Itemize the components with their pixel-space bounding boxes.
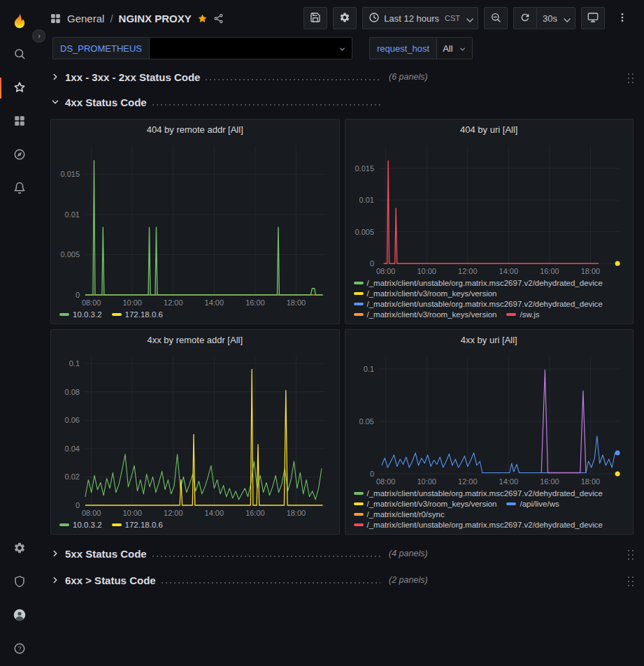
dashboard-row-5xx[interactable]: 5xx Status Code (4 panels) xyxy=(50,544,634,563)
panel-title[interactable]: 404 by remote addr [All] xyxy=(51,120,339,139)
refresh-icon xyxy=(520,12,531,25)
legend-item[interactable]: /_matrix/client/unstable/org.matrix.msc2… xyxy=(354,279,603,287)
svg-text:16:00: 16:00 xyxy=(245,298,265,307)
sidebar-item-explore[interactable] xyxy=(0,138,38,172)
legend-series-mark xyxy=(59,313,69,316)
svg-text:0.005: 0.005 xyxy=(355,228,374,236)
legend-series-mark xyxy=(354,303,364,305)
tv-mode-button[interactable] xyxy=(581,7,605,29)
dashboard-canvas: 1xx - 3xx - 2xx Status Code (6 panels) 4… xyxy=(38,63,644,666)
kebab-menu-button[interactable] xyxy=(610,7,634,29)
legend-item[interactable]: /api/live/ws xyxy=(506,500,559,508)
legend-item[interactable]: 172.18.0.6 xyxy=(112,521,163,529)
legend-series-label: 10.0.3.2 xyxy=(73,521,102,529)
timeseries-chart-4xx-by-uri[interactable]: 08:0010:0012:0014:0016:0018:0000.050.1 xyxy=(350,349,629,488)
chart-legend: 10.0.3.2172.18.0.6 xyxy=(51,309,339,324)
sidebar-item-alerting[interactable] xyxy=(0,172,38,205)
svg-text:14:00: 14:00 xyxy=(205,509,224,517)
dashboard-row-4xx[interactable]: 4xx Status Code xyxy=(50,92,634,112)
chart-legend: /_matrix/client/unstable/org.matrix.msc2… xyxy=(345,277,634,324)
breadcrumb: General / NGINX PROXY xyxy=(50,13,224,24)
panel-title[interactable]: 4xx by uri [All] xyxy=(345,330,634,349)
legend-item[interactable]: 172.18.0.6 xyxy=(112,310,163,319)
legend-item[interactable]: /_matrix/client/unstable/org.matrix.msc2… xyxy=(354,521,603,529)
legend-item[interactable]: /_matrix/client/v3/room_keys/version xyxy=(354,500,497,508)
refresh-interval-picker[interactable]: 30s xyxy=(537,7,575,29)
share-icon[interactable] xyxy=(213,13,224,24)
legend-item[interactable]: 10.0.3.2 xyxy=(59,310,102,319)
row-drag-handle[interactable] xyxy=(626,548,634,560)
chevron-right-icon xyxy=(50,549,60,558)
time-range-label: Last 12 hours xyxy=(384,13,439,24)
zoom-out-button[interactable] xyxy=(484,7,508,29)
row-panel-count: (6 panels) xyxy=(389,72,428,82)
row-panel-count: (2 panels) xyxy=(389,575,428,585)
legend-series-mark xyxy=(112,313,122,316)
dashboard-settings-button[interactable] xyxy=(333,7,357,29)
svg-text:0.005: 0.005 xyxy=(60,250,80,259)
sidebar-item-server-admin[interactable] xyxy=(0,565,38,599)
breadcrumb-title[interactable]: NGINX PROXY xyxy=(119,13,192,24)
sidebar-item-search[interactable] xyxy=(0,38,38,71)
legend-item[interactable]: /sw.js xyxy=(506,310,539,319)
panel-title[interactable]: 404 by uri [All] xyxy=(345,120,634,139)
sidebar-item-configuration[interactable] xyxy=(0,532,38,565)
svg-text:14:00: 14:00 xyxy=(499,477,518,486)
row-drag-handle[interactable] xyxy=(626,71,634,83)
legend-item[interactable]: 10.0.3.2 xyxy=(59,521,102,529)
breadcrumb-section[interactable]: General xyxy=(67,13,104,24)
save-dashboard-button[interactable] xyxy=(303,7,327,29)
time-range-picker[interactable]: Last 12 hours CST xyxy=(362,7,478,29)
nav-sidebar: ? xyxy=(0,0,38,666)
chevron-down-icon xyxy=(561,15,569,22)
svg-text:12:00: 12:00 xyxy=(164,298,183,307)
svg-text:0: 0 xyxy=(76,501,80,509)
legend-series-label: /sw.js xyxy=(520,310,539,319)
chevron-down-icon xyxy=(50,97,60,107)
svg-text:0: 0 xyxy=(76,291,80,299)
refresh-button[interactable] xyxy=(513,7,537,29)
dashboard-variables-bar: DS_PROMETHEUS request_host All xyxy=(38,36,644,63)
timeseries-chart-404-by-uri[interactable]: 08:0010:0012:0014:0016:0018:0000.0050.01… xyxy=(350,139,629,277)
variable-value-ds-prometheus[interactable] xyxy=(150,37,352,59)
help-question-icon: ? xyxy=(13,642,26,657)
dotted-leader xyxy=(152,104,380,106)
grafana-flame-icon xyxy=(10,13,29,31)
panel-404-by-uri: 404 by uri [All] 08:0010:0012:0014:0016:… xyxy=(345,119,634,324)
sidebar-item-help[interactable]: ? xyxy=(0,632,38,666)
sidebar-item-dashboards[interactable] xyxy=(0,105,38,138)
legend-item[interactable]: /_matrix/client/v3/room_keys/version xyxy=(354,289,497,298)
chart-legend: /_matrix/client/unstable/org.matrix.msc2… xyxy=(345,488,634,534)
row-drag-handle[interactable] xyxy=(626,574,634,586)
clock-icon xyxy=(368,12,380,25)
legend-item[interactable]: /_matrix/client/v3/room_keys/version xyxy=(354,310,497,319)
svg-text:16:00: 16:00 xyxy=(245,509,265,517)
dotted-leader xyxy=(162,582,380,584)
legend-item[interactable]: /_matrix/client/r0/sync xyxy=(354,510,445,519)
chevron-right-icon xyxy=(50,72,60,82)
dashboard-row-6xx[interactable]: 6xx > Status Code (2 panels) xyxy=(50,570,634,590)
dashboard-header: General / NGINX PROXY Last 12 hours CST xyxy=(38,0,644,36)
svg-text:08:00: 08:00 xyxy=(82,509,101,517)
timeseries-chart-404-by-remote-addr[interactable]: 08:0010:0012:0014:0016:0018:0000.0050.01… xyxy=(55,139,335,309)
legend-series-label: 10.0.3.2 xyxy=(73,310,102,319)
variable-label-ds-prometheus: DS_PROMETHEUS xyxy=(52,37,150,59)
row-title: 4xx Status Code xyxy=(65,96,147,108)
timeseries-chart-4xx-by-remote-addr[interactable]: 08:0010:0012:0014:0016:0018:0000.020.040… xyxy=(55,349,335,519)
svg-text:14:00: 14:00 xyxy=(205,298,224,307)
favorite-star-icon[interactable] xyxy=(197,13,208,24)
panel-title[interactable]: 4xx by remote addr [All] xyxy=(51,330,339,349)
dashboard-row-1xx-3xx-2xx[interactable]: 1xx - 3xx - 2xx Status Code (6 panels) xyxy=(50,67,634,87)
save-icon xyxy=(310,12,321,25)
variable-value-request-host[interactable]: All xyxy=(437,37,472,59)
legend-item[interactable]: /_matrix/client/unstable/org.matrix.msc2… xyxy=(354,300,603,308)
legend-series-mark xyxy=(354,523,364,526)
row-title-group: 4xx Status Code xyxy=(50,96,380,108)
avatar xyxy=(13,609,26,623)
legend-series-mark xyxy=(354,282,364,284)
legend-item[interactable]: /_matrix/client/unstable/org.matrix.msc2… xyxy=(354,489,603,498)
user-avatar[interactable] xyxy=(0,599,38,632)
sidebar-item-starred[interactable] xyxy=(0,71,38,105)
row-title-group: 5xx Status Code xyxy=(50,548,380,560)
sidebar-expand-button[interactable]: › xyxy=(32,29,45,43)
